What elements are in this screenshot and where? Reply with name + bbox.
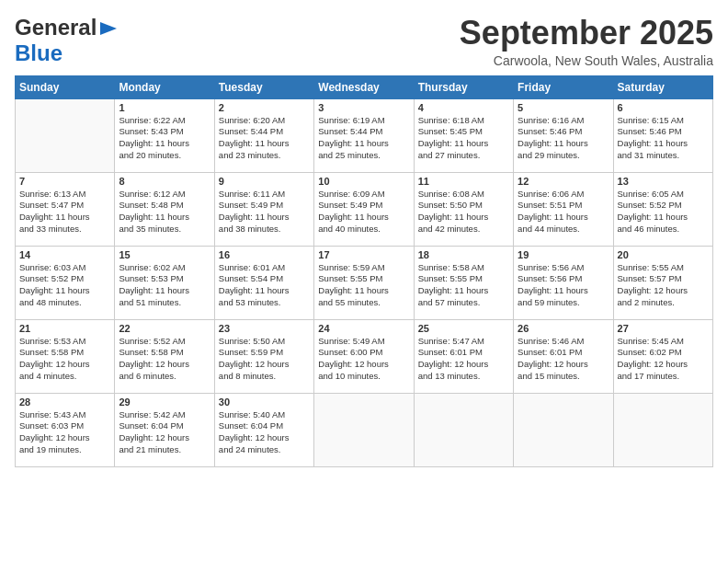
day-info-line: Sunset: 5:49 PM [318,200,382,210]
day-number: 3 [318,102,409,113]
day-info-line: and 2 minutes. [618,297,675,307]
day-info: Sunrise: 5:47 AMSunset: 6:01 PMDaylight:… [418,336,509,383]
day-info: Sunrise: 5:59 AMSunset: 5:55 PMDaylight:… [318,262,409,309]
day-header-saturday: Saturday [613,75,712,98]
calendar-cell [414,393,513,466]
calendar-cell: 2Sunrise: 6:20 AMSunset: 5:44 PMDaylight… [214,98,313,172]
day-info-line: and 23 minutes. [219,150,281,160]
day-number: 23 [219,323,310,334]
day-info: Sunrise: 5:42 AMSunset: 6:04 PMDaylight:… [119,409,210,456]
day-info-line: Sunset: 5:57 PM [618,273,682,283]
day-info: Sunrise: 6:03 AMSunset: 5:52 PMDaylight:… [19,262,110,309]
calendar-cell: 12Sunrise: 6:06 AMSunset: 5:51 PMDayligh… [514,172,613,246]
day-info-line: and 27 minutes. [418,150,481,160]
calendar-cell: 11Sunrise: 6:08 AMSunset: 5:50 PMDayligh… [414,172,513,246]
day-number: 6 [618,102,709,113]
day-info-line: Sunrise: 6:22 AM [119,115,185,125]
day-number: 7 [19,176,110,187]
day-info-line: Sunset: 5:46 PM [518,126,582,136]
day-info: Sunrise: 5:52 AMSunset: 5:58 PMDaylight:… [119,336,210,383]
day-info-line: Sunrise: 5:45 AM [618,336,684,346]
day-info: Sunrise: 5:40 AMSunset: 6:04 PMDaylight:… [219,409,310,456]
day-info-line: Sunrise: 6:13 AM [19,189,85,199]
day-info-line: and 10 minutes. [318,371,381,381]
day-info-line: Sunset: 5:54 PM [219,273,283,283]
calendar-cell: 8Sunrise: 6:12 AMSunset: 5:48 PMDaylight… [115,172,214,246]
day-info-line: Daylight: 11 hours [618,138,688,148]
calendar-cell: 27Sunrise: 5:45 AMSunset: 6:02 PMDayligh… [613,319,712,393]
day-info: Sunrise: 5:49 AMSunset: 6:00 PMDaylight:… [318,336,409,383]
day-info-line: Sunset: 5:55 PM [418,273,483,283]
day-number: 4 [418,102,509,113]
day-info-line: Sunset: 5:44 PM [318,126,382,136]
day-info-line: and 17 minutes. [618,371,680,381]
calendar-week-1: 1Sunrise: 6:22 AMSunset: 5:43 PMDaylight… [16,98,713,172]
day-info-line: and 21 minutes. [119,444,181,454]
day-info-line: Sunrise: 6:09 AM [318,189,384,199]
day-info-line: and 25 minutes. [318,150,381,160]
calendar-cell: 1Sunrise: 6:22 AMSunset: 5:43 PMDaylight… [115,98,214,172]
day-info-line: Sunrise: 5:43 AM [19,409,85,419]
day-header-friday: Friday [514,75,613,98]
calendar-cell: 25Sunrise: 5:47 AMSunset: 6:01 PMDayligh… [414,319,513,393]
day-info-line: Daylight: 12 hours [119,432,189,442]
logo-flag-icon [98,20,119,37]
day-number: 16 [219,249,310,260]
day-info-line: Daylight: 11 hours [119,212,189,222]
day-info-line: Sunset: 6:03 PM [19,420,84,431]
day-info: Sunrise: 5:58 AMSunset: 5:55 PMDaylight:… [418,262,509,309]
day-info-line: Sunset: 5:58 PM [119,347,183,357]
day-number: 20 [618,249,709,260]
day-info-line: Sunrise: 6:16 AM [518,115,584,125]
day-info-line: Sunset: 6:04 PM [219,420,283,431]
calendar-cell: 29Sunrise: 5:42 AMSunset: 6:04 PMDayligh… [115,393,214,466]
day-info: Sunrise: 6:08 AMSunset: 5:50 PMDaylight:… [418,189,509,236]
day-info: Sunrise: 5:50 AMSunset: 5:59 PMDaylight:… [219,336,310,383]
day-number: 9 [219,176,310,187]
day-number: 30 [219,396,310,408]
day-header-tuesday: Tuesday [214,75,313,98]
day-info-line: Daylight: 11 hours [418,138,489,148]
day-info-line: Daylight: 11 hours [219,285,290,295]
day-info-line: Daylight: 11 hours [119,138,189,148]
day-info-line: Sunrise: 6:11 AM [219,189,285,199]
day-info-line: Sunrise: 6:20 AM [219,115,285,125]
day-info-line: Sunrise: 5:50 AM [219,336,285,346]
day-info-line: Sunrise: 6:02 AM [119,262,185,272]
day-info-line: Daylight: 11 hours [318,138,389,148]
day-number: 21 [19,323,110,334]
day-number: 15 [119,249,210,260]
day-number: 28 [19,396,110,408]
calendar-week-5: 28Sunrise: 5:43 AMSunset: 6:03 PMDayligh… [16,393,713,466]
calendar-cell: 14Sunrise: 6:03 AMSunset: 5:52 PMDayligh… [16,246,115,319]
day-header-monday: Monday [115,75,214,98]
day-info-line: Daylight: 11 hours [518,138,588,148]
calendar-cell: 19Sunrise: 5:56 AMSunset: 5:56 PMDayligh… [514,246,613,319]
day-info-line: and 33 minutes. [19,224,82,234]
day-number: 17 [318,249,409,260]
day-info: Sunrise: 5:56 AMSunset: 5:56 PMDaylight:… [518,262,609,309]
calendar-cell: 10Sunrise: 6:09 AMSunset: 5:49 PMDayligh… [314,172,414,246]
day-info-line: and 29 minutes. [518,150,580,160]
day-info-line: Sunset: 5:48 PM [119,200,183,210]
day-info-line: Daylight: 11 hours [219,138,290,148]
day-info-line: and 35 minutes. [119,224,181,234]
day-info-line: Sunrise: 6:03 AM [19,262,85,272]
day-info-line: Daylight: 12 hours [119,359,189,369]
calendar-cell: 20Sunrise: 5:55 AMSunset: 5:57 PMDayligh… [613,246,712,319]
day-info: Sunrise: 5:55 AMSunset: 5:57 PMDaylight:… [618,262,709,309]
calendar-cell: 30Sunrise: 5:40 AMSunset: 6:04 PMDayligh… [214,393,313,466]
day-header-thursday: Thursday [414,75,513,98]
calendar-cell: 22Sunrise: 5:52 AMSunset: 5:58 PMDayligh… [115,319,214,393]
day-info-line: Sunset: 5:59 PM [219,347,283,357]
day-info: Sunrise: 6:15 AMSunset: 5:46 PMDaylight:… [618,115,709,162]
calendar-cell: 9Sunrise: 6:11 AMSunset: 5:49 PMDaylight… [214,172,313,246]
day-info-line: and 8 minutes. [219,371,276,381]
day-info-line: and 4 minutes. [19,371,76,381]
day-info-line: Sunrise: 6:15 AM [618,115,684,125]
day-info-line: Sunrise: 6:06 AM [518,189,584,199]
day-info-line: Sunrise: 5:55 AM [618,262,684,272]
calendar-cell: 23Sunrise: 5:50 AMSunset: 5:59 PMDayligh… [214,319,313,393]
day-info: Sunrise: 6:05 AMSunset: 5:52 PMDaylight:… [618,189,709,236]
day-info-line: Sunrise: 5:42 AM [119,409,185,419]
